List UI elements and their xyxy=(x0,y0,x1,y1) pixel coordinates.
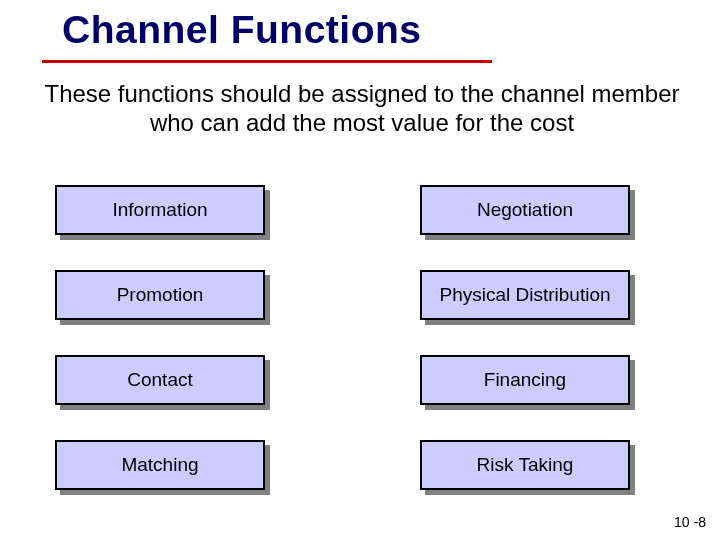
function-box-promotion: Promotion xyxy=(55,270,265,320)
box-label: Contact xyxy=(55,355,265,405)
function-box-matching: Matching xyxy=(55,440,265,490)
box-label: Financing xyxy=(420,355,630,405)
slide-subtitle: These functions should be assigned to th… xyxy=(44,80,680,138)
box-label: Matching xyxy=(55,440,265,490)
box-label: Physical Distribution xyxy=(420,270,630,320)
function-box-physical-distribution: Physical Distribution xyxy=(420,270,630,320)
slide: Channel Functions These functions should… xyxy=(0,0,720,540)
box-label: Promotion xyxy=(55,270,265,320)
box-label: Negotiation xyxy=(420,185,630,235)
title-underline xyxy=(42,60,492,63)
function-grid: Information Negotiation Promotion Physic… xyxy=(55,185,675,490)
function-box-information: Information xyxy=(55,185,265,235)
page-number: 10 -8 xyxy=(674,514,706,530)
box-label: Risk Taking xyxy=(420,440,630,490)
box-label: Information xyxy=(55,185,265,235)
slide-title: Channel Functions xyxy=(62,8,422,52)
function-box-financing: Financing xyxy=(420,355,630,405)
function-box-negotiation: Negotiation xyxy=(420,185,630,235)
function-box-risk-taking: Risk Taking xyxy=(420,440,630,490)
function-box-contact: Contact xyxy=(55,355,265,405)
